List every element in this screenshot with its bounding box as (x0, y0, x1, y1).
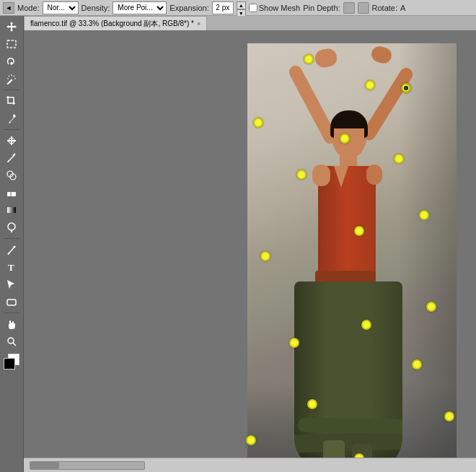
mesh-point-p2[interactable] (365, 80, 375, 90)
image-container (247, 43, 457, 458)
tool-eyedropper[interactable] (4, 110, 19, 126)
svg-line-3 (14, 76, 14, 77)
canvas-area (24, 30, 476, 458)
mesh-point-p15[interactable] (307, 399, 317, 409)
svg-rect-14 (7, 207, 16, 213)
expansion-label: Expansion: (169, 4, 208, 12)
document-tab[interactable]: flamenco.tif @ 33.3% (Background 副本, RGB… (24, 16, 207, 30)
svg-line-4 (9, 76, 9, 77)
mesh-point-p6[interactable] (394, 154, 404, 164)
tool-shape[interactable] (4, 294, 19, 310)
tool-hand[interactable] (4, 316, 19, 332)
top-toolbar: ◄ Mode: Nor... Density: More Poi... Expa… (0, 0, 476, 16)
svg-rect-12 (7, 192, 16, 196)
background-color[interactable] (4, 358, 15, 370)
pin-depth-label: Pin Depth: (303, 4, 340, 12)
tool-gradient[interactable] (4, 202, 19, 218)
mode-label: Mode: (17, 4, 40, 12)
show-mesh-label: Show Mesh (259, 4, 300, 12)
tool-crop[interactable] (4, 93, 19, 109)
mesh-point-p17[interactable] (246, 435, 256, 445)
tool-brush[interactable] (4, 150, 19, 166)
scrollbar-thumb (30, 462, 59, 469)
svg-point-7 (14, 115, 15, 116)
status-scrollbar[interactable] (30, 461, 145, 470)
tool-heal[interactable] (4, 133, 19, 149)
svg-point-15 (8, 223, 15, 230)
density-label: Density: (81, 4, 110, 12)
tool-separator-4 (4, 313, 19, 313)
svg-rect-19 (7, 300, 16, 305)
tool-separator-1 (4, 89, 19, 90)
svg-point-17 (14, 246, 16, 248)
tool-move[interactable] (4, 19, 19, 35)
mesh-point-p8[interactable] (354, 226, 364, 236)
mesh-point-p13[interactable] (289, 338, 299, 348)
pin-depth-icon2[interactable] (358, 2, 369, 14)
svg-text:T: T (8, 262, 14, 273)
mesh-point-p16[interactable] (444, 411, 454, 421)
left-toolbar: T (0, 16, 24, 472)
expansion-input[interactable] (212, 1, 234, 14)
tool-pen[interactable] (4, 242, 19, 258)
svg-rect-1 (6, 79, 12, 84)
tool-type[interactable]: T (4, 259, 19, 275)
color-swatches[interactable] (4, 354, 19, 370)
tool-dodge[interactable] (4, 219, 19, 235)
mode-select[interactable]: Nor... (43, 1, 79, 14)
svg-rect-0 (7, 40, 16, 48)
svg-line-9 (13, 154, 15, 156)
tool-magic-wand[interactable] (4, 71, 19, 87)
show-mesh-wrap: Show Mesh (249, 4, 300, 12)
tool-separator-3 (4, 238, 19, 239)
mesh-point-p3[interactable] (340, 134, 350, 144)
mesh-point-p14[interactable] (412, 359, 422, 370)
mesh-point-p10[interactable] (260, 251, 270, 261)
tool-rect-select[interactable] (4, 36, 19, 52)
mesh-point-p1[interactable] (304, 54, 314, 64)
svg-point-20 (8, 338, 14, 344)
rotate-label: Rotate: (372, 4, 397, 12)
mesh-point-p4-selected[interactable] (401, 83, 411, 93)
mesh-point-p12[interactable] (426, 302, 436, 312)
mesh-point-p11[interactable] (361, 320, 371, 330)
mesh-point-p9[interactable] (419, 210, 429, 220)
tool-zoom[interactable] (4, 333, 19, 349)
expansion-up[interactable]: ▲ (237, 1, 246, 9)
status-bar (24, 458, 476, 472)
tool-lasso[interactable] (4, 53, 19, 69)
tab-close-button[interactable]: × (197, 20, 200, 27)
tab-title: flamenco.tif @ 33.3% (Background 副本, RGB… (30, 19, 194, 29)
show-mesh-checkbox[interactable] (249, 4, 257, 12)
mesh-point-p7[interactable] (296, 170, 307, 180)
back-arrow[interactable]: ◄ (3, 2, 14, 14)
pin-depth-icon1[interactable] (343, 2, 355, 14)
tool-clone[interactable] (4, 167, 19, 183)
tool-eraser[interactable] (4, 185, 19, 201)
rotate-value: A (400, 4, 405, 12)
tool-separator-2 (4, 129, 19, 130)
tab-bar: flamenco.tif @ 33.3% (Background 副本, RGB… (24, 16, 476, 30)
svg-line-21 (13, 343, 16, 346)
density-select[interactable]: More Poi... (113, 1, 167, 14)
mesh-point-p5[interactable] (253, 118, 263, 128)
tool-path-select[interactable] (4, 276, 19, 292)
